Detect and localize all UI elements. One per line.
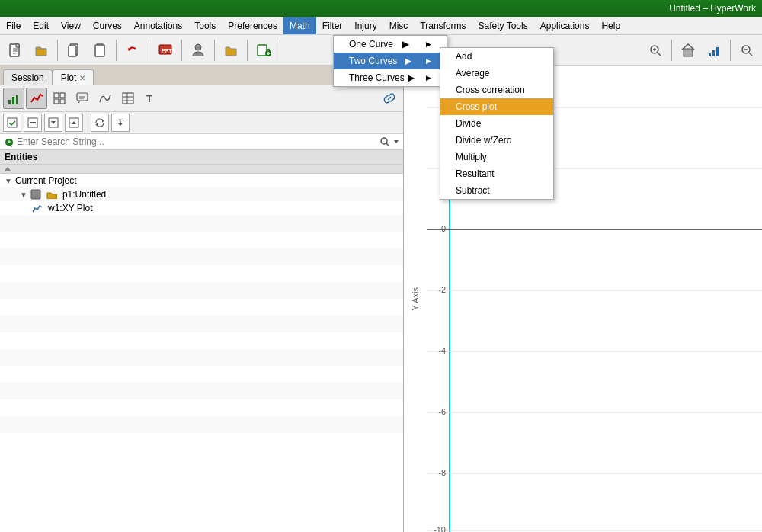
svg-rect-13 [709,53,711,56]
toolbar-ppt[interactable]: PPT [153,38,178,62]
tab-session[interactable]: Session [3,69,53,85]
menu-edit[interactable]: Edit [27,17,55,34]
svg-text:PPT: PPT [162,48,172,53]
menu-applications[interactable]: Applications [534,17,596,34]
cb-check-partial[interactable] [24,114,42,132]
menu-file[interactable]: File [0,17,27,34]
toolbar-zoom[interactable] [643,38,668,62]
tree-empty-row [0,332,403,349]
svg-rect-3 [69,46,76,56]
menu-view[interactable]: View [55,17,87,34]
icon-bar-chart[interactable] [3,88,24,109]
tree-item-label: Current Project [15,175,77,186]
tab-plot[interactable]: Plot ✕ [53,69,94,85]
icon-table[interactable] [117,88,139,109]
menu-annotations[interactable]: Annotations [128,17,188,34]
toolbar-sep-3 [149,40,149,61]
menu-tools[interactable]: Tools [188,17,222,34]
cb-check-all[interactable] [3,114,21,132]
svg-text:-2: -2 [438,285,446,294]
tree-item-project[interactable]: ▼ Current Project [0,174,403,187]
icon-line-chart[interactable] [26,88,47,109]
submenu-multiply[interactable]: Multiply [440,149,553,165]
title-bar: Untitled – HyperWork [0,0,762,17]
tree-empty-row [0,433,403,450]
cb-collapse-all[interactable] [65,114,83,132]
toolbar-undo[interactable] [120,38,145,62]
svg-rect-14 [712,50,715,56]
submenu-average[interactable]: Average [440,65,553,82]
menu-curves[interactable]: Curves [87,17,128,34]
submenu-add[interactable]: Add [440,48,553,65]
tree-empty-row [0,416,403,433]
toolbar-zoom-fit[interactable] [735,38,759,62]
toolbar-sep-8 [671,40,672,61]
tree-empty-row [0,366,403,383]
svg-text:-4: -4 [438,346,446,355]
submenu-divide-zero[interactable]: Divide w/Zero [440,132,553,149]
icon-bubble[interactable] [72,88,93,109]
tree-empty-row [0,349,403,366]
dropdown-three-curves[interactable]: Three Curves ▶ [334,69,447,86]
icon-text[interactable]: T [140,88,162,109]
search-input[interactable] [17,136,379,147]
svg-rect-22 [54,99,59,104]
svg-text:T: T [146,93,152,104]
icon-grid[interactable] [49,88,70,109]
menu-injury[interactable]: Injury [348,17,383,34]
svg-rect-25 [123,93,133,104]
toolbar-open[interactable] [29,38,53,62]
menu-math[interactable]: Math [283,17,316,34]
collapse-icon: ▼ [5,177,12,185]
svg-text:-6: -6 [438,407,446,416]
toolbar-chart[interactable] [702,38,726,62]
svg-text:-8: -8 [438,468,446,477]
toolbar-person[interactable] [186,38,210,62]
menu-transforms[interactable]: Transforms [414,17,472,34]
icon-toolbar: T [0,85,403,112]
entity-list: Entities ▼ Current Project ▼ p1:Unti [0,150,403,532]
submenu-subtract[interactable]: Subtract [440,182,553,199]
dropdown-one-curve[interactable]: One Curve ▶ [334,36,447,53]
menu-safety-tools[interactable]: Safety Tools [472,17,534,34]
search-button[interactable] [379,136,400,147]
submenu-resultant[interactable]: Resultant [440,165,553,182]
toolbar-folder2[interactable] [219,38,243,62]
toolbar-sep-4 [181,40,182,61]
toolbar-home[interactable] [676,38,700,62]
submenu-cross-correlation[interactable]: Cross correlation [440,82,553,98]
icon-link[interactable] [379,88,400,109]
toolbar-sep-2 [116,40,117,61]
tree-item-label: p1:Untitled [62,189,106,200]
svg-rect-15 [716,47,719,56]
tree-empty-row [0,232,403,248]
tree-empty-row [0,299,403,316]
dropdown-two-curves[interactable]: Two Curves ▶ [334,53,447,69]
toolbar-sep-7 [280,40,280,61]
tree-item-untitled[interactable]: ▼ p1:Untitled [0,187,403,201]
toolbar-paste[interactable] [88,38,112,62]
menu-filter[interactable]: Filter [316,17,349,34]
toolbar-new[interactable] [3,38,27,62]
submenu-arrow: ▶ [408,72,415,83]
svg-rect-29 [30,122,36,123]
icon-curve[interactable] [94,88,116,109]
cb-refresh[interactable] [91,114,109,132]
cb-arrow-down[interactable] [111,114,130,132]
toolbar-add-page[interactable] [251,38,276,62]
svg-rect-27 [8,118,17,127]
toolbar-copy[interactable] [62,38,86,62]
cb-expand-all[interactable] [44,114,62,132]
menu-misc[interactable]: Misc [383,17,415,34]
svg-point-8 [195,44,201,50]
svg-text:-10: -10 [434,525,446,532]
entities-header: Entities [0,150,403,165]
submenu-cross-plot[interactable]: Cross plot [440,98,553,115]
menu-help[interactable]: Help [595,17,626,34]
submenu-divide[interactable]: Divide [440,115,553,132]
toolbar-sep-9 [730,40,731,61]
menu-bar: File Edit View Curves Annotations Tools … [0,17,762,35]
menu-preferences[interactable]: Preferences [222,17,283,34]
tree-item-xyplot[interactable]: w1:XY Plot [0,201,403,215]
tab-plot-close[interactable]: ✕ [79,74,85,82]
